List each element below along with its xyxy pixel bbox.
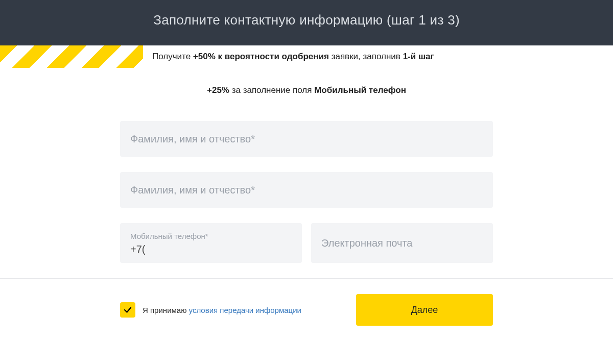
next-button[interactable]: Далее <box>356 294 493 326</box>
email-placeholder: Электронная почта <box>321 237 412 249</box>
page-title: Заполните контактную информацию (шаг 1 и… <box>0 0 613 45</box>
stripe-decoration <box>0 45 143 68</box>
contact-form: Фамилия, имя и отчество* Фамилия, имя и … <box>120 121 493 263</box>
phone-field[interactable]: Мобильный телефон* +7( <box>120 223 302 263</box>
approval-step: 1-й шаг <box>403 52 434 61</box>
tip-text: за заполнение поля <box>229 85 314 95</box>
form-footer: Я принимаю условия передачи информации Д… <box>120 294 493 336</box>
approval-text: Получите +50% к вероятности одобрения за… <box>143 52 434 62</box>
phone-label: Мобильный телефон* <box>130 232 292 240</box>
field-tip: +25% за заполнение поля Мобильный телефо… <box>0 85 613 95</box>
accept-block: Я принимаю условия передачи информации <box>120 302 301 318</box>
fio-placeholder-1: Фамилия, имя и отчество* <box>130 133 255 145</box>
approval-bonus: +50% <box>193 52 216 61</box>
approval-bar: Получите +50% к вероятности одобрения за… <box>0 45 613 68</box>
fio-field-2[interactable]: Фамилия, имя и отчество* <box>120 172 493 208</box>
email-field[interactable]: Электронная почта <box>311 223 493 263</box>
check-icon <box>123 305 132 314</box>
tip-bonus: +25% <box>207 85 229 95</box>
accept-text: Я принимаю условия передачи информации <box>143 306 301 314</box>
accept-prefix: Я принимаю <box>143 306 189 314</box>
terms-link[interactable]: условия передачи информации <box>189 306 301 314</box>
accept-checkbox[interactable] <box>120 302 135 318</box>
phone-value: +7( <box>130 244 292 255</box>
approval-mid: к вероятности одобрения <box>216 52 329 61</box>
divider <box>0 278 613 279</box>
tip-field: Мобильный телефон <box>314 85 406 95</box>
approval-suffix: заявки, заполнив <box>329 52 403 61</box>
fio-placeholder-2: Фамилия, имя и отчество* <box>130 184 255 196</box>
approval-prefix: Получите <box>152 52 193 61</box>
fio-field-1[interactable]: Фамилия, имя и отчество* <box>120 121 493 157</box>
